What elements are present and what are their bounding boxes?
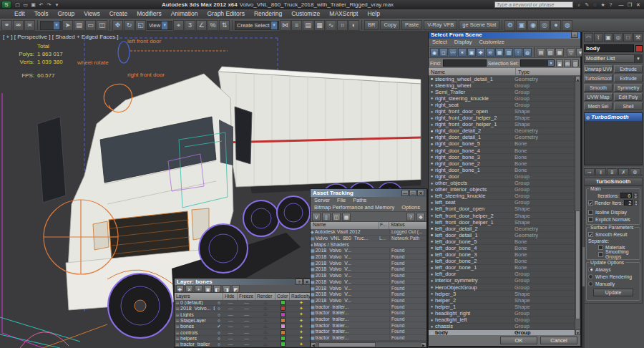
select-by-name-icon[interactable]: ▤ xyxy=(74,20,84,31)
selection-set-dropdown[interactable]: ▼ xyxy=(520,59,555,67)
render-toggle-icon[interactable]: ♨ xyxy=(255,311,275,317)
scroll-left-icon[interactable]: ◀ xyxy=(311,342,316,347)
spinner-snap-toggle-icon[interactable]: ⇅ xyxy=(219,20,230,31)
cancel-button[interactable]: Cancel xyxy=(540,337,577,344)
menu-item[interactable]: Views xyxy=(79,9,104,19)
asset-row[interactable]: ▦2018_Volvo_V... Found xyxy=(311,291,426,298)
snap-toggle-3d-icon[interactable]: 3 xyxy=(185,20,195,31)
asset-row[interactable]: ▦tractor_trailer... Found xyxy=(311,304,426,310)
display-shapes-icon[interactable]: 〰 xyxy=(449,48,457,57)
modifier-button[interactable]: Mesh Sel xyxy=(584,102,613,110)
subscription-icon[interactable]: ✎ xyxy=(583,1,591,9)
layer-color-swatch[interactable] xyxy=(275,306,290,311)
window-close-icon[interactable]: ✕ xyxy=(417,190,424,196)
scroll-up-icon[interactable]: ▲ xyxy=(575,76,580,82)
render-production-icon[interactable]: ◉ xyxy=(527,20,538,31)
paste-button[interactable]: Paste xyxy=(401,20,422,30)
menu-item[interactable]: Server xyxy=(311,197,333,204)
display-tab-icon[interactable]: □ xyxy=(623,33,633,42)
freeze-toggle[interactable]: — xyxy=(238,300,255,305)
modifier-list-dropdown[interactable]: Modifier List ▼ xyxy=(584,54,643,63)
active-layer-toggle[interactable]: ○ xyxy=(215,306,223,311)
menu-item[interactable]: Paths xyxy=(349,197,370,204)
scroll-right-icon[interactable]: ▶ xyxy=(421,342,426,347)
schematic-view-icon[interactable]: ⌗ xyxy=(337,20,348,31)
render-iters-checkbox[interactable] xyxy=(588,200,593,206)
material-editor-icon[interactable]: ◐ xyxy=(348,20,359,31)
column-type[interactable]: Type xyxy=(516,68,580,75)
select-and-move-icon[interactable]: ✥ xyxy=(112,20,123,31)
find-input[interactable] xyxy=(443,59,487,67)
reference-coordinate-dropdown[interactable]: View▼ xyxy=(147,21,172,30)
vault-login-icon[interactable]: V xyxy=(312,213,321,221)
update-button[interactable]: Update xyxy=(593,289,633,296)
freeze-toggle[interactable]: — xyxy=(238,318,255,323)
asset-row[interactable]: ▤Volvo_VNL_860_Truc... L... Network Path xyxy=(311,236,426,242)
undo-icon[interactable]: ↶ xyxy=(37,1,45,9)
window-minimize-icon[interactable]: — xyxy=(401,190,409,196)
align-icon[interactable]: ≡ xyxy=(291,20,302,31)
modifier-stack[interactable]: ◍ TurboSmooth xyxy=(584,112,643,165)
asset-row[interactable]: ▦tractor_trailer... Found xyxy=(311,316,426,323)
menu-item[interactable]: Rendering xyxy=(250,9,286,19)
show-end-result-icon[interactable]: ‖ xyxy=(595,168,606,175)
layer-row[interactable]: ⊞ tractor_trailer ○ — — ♨ ✦ xyxy=(175,342,313,347)
render-toggle-icon[interactable]: ♨ xyxy=(255,324,275,329)
column-hide[interactable]: Hide xyxy=(223,293,238,300)
layer-properties-icon[interactable]: ◩ xyxy=(232,285,240,292)
modifier-button[interactable]: TurboSmooth xyxy=(584,74,613,82)
hide-toggle[interactable]: — xyxy=(223,336,238,341)
display-bones-icon[interactable]: ⁝ xyxy=(514,48,522,57)
refresh-status-icon[interactable]: ▯ xyxy=(322,213,331,221)
configure-modifier-sets-icon[interactable]: ⚙ xyxy=(630,168,640,175)
menu-item[interactable]: Options xyxy=(398,204,424,211)
help-icon[interactable]: ? xyxy=(607,1,615,9)
hide-toggle[interactable]: — xyxy=(223,300,238,305)
display-hidden-icon[interactable]: ▧ xyxy=(546,48,555,57)
utilities-tab-icon[interactable]: ⚒ xyxy=(633,33,643,42)
column-name[interactable]: Name xyxy=(429,68,516,75)
asset-row[interactable]: ▦tractor_trailer... Found xyxy=(311,335,426,342)
freeze-toggle[interactable]: — xyxy=(238,306,255,311)
activeshade-icon[interactable]: ● xyxy=(550,20,561,31)
curve-editor-icon[interactable]: ∿ xyxy=(326,20,336,31)
expand-icon[interactable]: ⊞ xyxy=(175,324,180,329)
modifier-stack-active-item[interactable]: ◍ TurboSmooth xyxy=(585,113,642,121)
purge-scene-stat-button[interactable]: ge Scene Stat xyxy=(459,20,499,30)
bind-to-space-warp-icon[interactable]: ≍ xyxy=(24,20,35,31)
window-minimize-icon[interactable]: — xyxy=(617,1,625,9)
filter-combinations-icon[interactable]: ▽ xyxy=(567,48,575,57)
display-xrefs-icon[interactable]: ▥ xyxy=(504,48,513,57)
menu-item[interactable]: Animation xyxy=(167,9,203,19)
column-status[interactable]: Status xyxy=(389,222,426,229)
favorites-icon[interactable]: ★ xyxy=(599,1,607,9)
display-cameras-icon[interactable]: ▣ xyxy=(467,48,476,57)
asset-row[interactable]: ◆Autodesk Vault 2012 Logged Out (... xyxy=(311,229,426,236)
menu-item[interactable]: Modifiers xyxy=(132,9,165,19)
layer-color-swatch[interactable] xyxy=(275,330,290,335)
scene-object-row[interactable]: ● body Group xyxy=(429,330,575,335)
selection-filter-dropdown[interactable]: ▼ xyxy=(40,21,62,30)
render-toggle-icon[interactable]: ♨ xyxy=(255,306,275,311)
angle-snap-toggle-icon[interactable]: ∠ xyxy=(196,20,207,31)
redo-icon[interactable]: ↷ xyxy=(45,1,53,9)
menu-item[interactable]: Customize xyxy=(287,9,324,19)
menu-item[interactable]: Group xyxy=(54,9,79,19)
display-helpers-icon[interactable]: ✚ xyxy=(477,48,485,57)
active-layer-toggle[interactable]: ○ xyxy=(215,336,223,341)
display-none-icon[interactable]: ◉ xyxy=(430,48,439,57)
explicit-normals-checkbox[interactable] xyxy=(588,217,593,222)
smooth-result-checkbox[interactable] xyxy=(588,232,593,237)
expand-icon[interactable]: ⊞ xyxy=(175,318,180,323)
active-layer-toggle[interactable]: ○ xyxy=(215,318,223,323)
display-frozen-icon[interactable]: ▤ xyxy=(537,48,545,57)
modifier-button[interactable]: Unwrap UVW xyxy=(584,65,613,73)
new-file-icon[interactable]: ▢ xyxy=(14,1,21,9)
asset-row[interactable]: ▦2018_Volvo_V... Found xyxy=(311,273,426,279)
asset-row[interactable]: ▦tractor_trailer... Found xyxy=(311,310,426,316)
column-name[interactable]: Name xyxy=(311,222,379,229)
modifier-button[interactable]: Smooth xyxy=(584,84,613,92)
window-maximize-icon[interactable]: □ xyxy=(409,190,416,196)
modifier-button[interactable]: UVW Map xyxy=(584,93,613,101)
help-icon[interactable]: ? xyxy=(296,279,303,285)
